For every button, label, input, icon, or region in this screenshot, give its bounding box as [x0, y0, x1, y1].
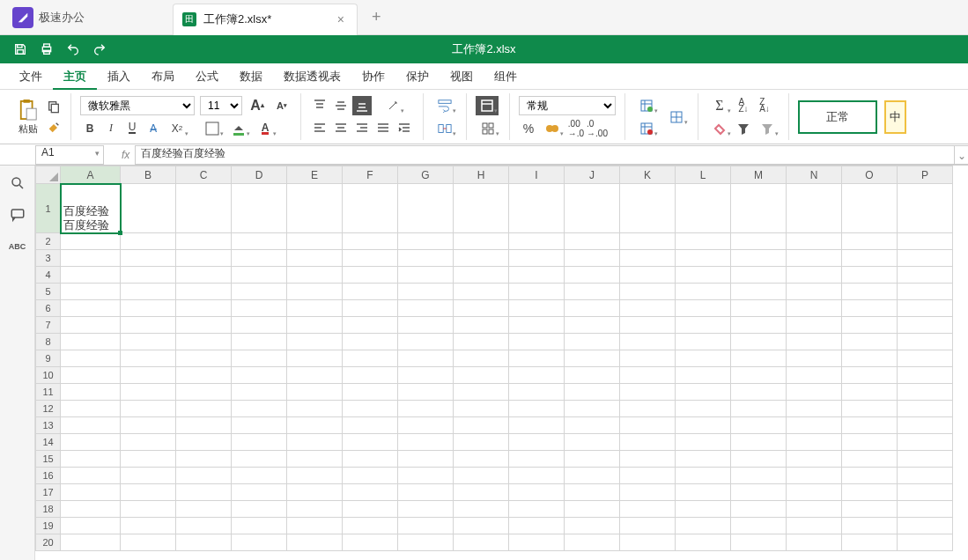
- row-header[interactable]: 13: [36, 417, 61, 434]
- find-button[interactable]: [755, 119, 780, 138]
- cell[interactable]: [731, 250, 787, 267]
- cell[interactable]: [61, 401, 121, 417]
- cell[interactable]: [731, 451, 787, 468]
- copy-icon[interactable]: [46, 99, 62, 114]
- strikethrough-button[interactable]: A̶: [144, 119, 163, 138]
- cell[interactable]: [176, 518, 232, 534]
- name-manager-button[interactable]: [476, 96, 499, 115]
- cell[interactable]: [61, 518, 121, 534]
- cell[interactable]: [287, 367, 343, 384]
- cell[interactable]: [61, 284, 121, 300]
- cell[interactable]: [454, 501, 509, 518]
- cell[interactable]: [287, 250, 343, 267]
- cell[interactable]: [232, 401, 287, 417]
- align-left-icon[interactable]: [310, 119, 329, 138]
- column-header[interactable]: H: [454, 166, 509, 184]
- cell[interactable]: [454, 367, 509, 384]
- wrap-text-button[interactable]: [432, 96, 457, 115]
- cell[interactable]: [232, 484, 287, 501]
- cell[interactable]: [898, 300, 953, 317]
- cell[interactable]: [121, 434, 176, 451]
- format-painter-icon[interactable]: [46, 120, 62, 136]
- cell[interactable]: [343, 501, 398, 518]
- cell[interactable]: [454, 417, 509, 434]
- cell[interactable]: [898, 184, 953, 233]
- column-header[interactable]: J: [565, 166, 620, 184]
- cell[interactable]: [898, 518, 953, 534]
- cell[interactable]: [398, 184, 454, 233]
- cell[interactable]: [343, 184, 398, 233]
- cell[interactable]: [787, 317, 842, 334]
- cell[interactable]: [731, 434, 787, 451]
- cell[interactable]: [787, 518, 842, 534]
- cell[interactable]: [343, 334, 398, 350]
- cell[interactable]: [287, 534, 343, 551]
- cell[interactable]: [898, 501, 953, 518]
- column-header[interactable]: L: [676, 166, 731, 184]
- define-name-button[interactable]: [476, 119, 500, 138]
- cell[interactable]: [898, 468, 953, 484]
- menu-item[interactable]: 布局: [141, 63, 185, 90]
- cell[interactable]: [61, 534, 121, 551]
- row-header[interactable]: 9: [36, 350, 61, 367]
- cell[interactable]: [565, 518, 620, 534]
- cell[interactable]: [842, 350, 898, 367]
- cell[interactable]: [287, 518, 343, 534]
- cell[interactable]: [731, 534, 787, 551]
- cell[interactable]: [454, 250, 509, 267]
- row-header[interactable]: 4: [36, 267, 61, 284]
- undo-icon[interactable]: [60, 42, 86, 56]
- row-header[interactable]: 6: [36, 300, 61, 317]
- cell[interactable]: [620, 184, 676, 233]
- cell[interactable]: [731, 267, 787, 284]
- cell[interactable]: [731, 484, 787, 501]
- cell[interactable]: [343, 434, 398, 451]
- cell[interactable]: [509, 417, 565, 434]
- cell[interactable]: [842, 367, 898, 384]
- row-header[interactable]: 14: [36, 434, 61, 451]
- cell[interactable]: [787, 233, 842, 250]
- cell[interactable]: [454, 233, 509, 250]
- column-header[interactable]: P: [898, 166, 953, 184]
- cell[interactable]: [454, 484, 509, 501]
- clear-button[interactable]: [707, 119, 732, 138]
- cell[interactable]: [232, 300, 287, 317]
- cell[interactable]: [232, 284, 287, 300]
- cell[interactable]: [61, 267, 121, 284]
- cell[interactable]: [176, 233, 232, 250]
- cell[interactable]: [787, 267, 842, 284]
- cell[interactable]: [176, 267, 232, 284]
- cell[interactable]: [787, 534, 842, 551]
- cell[interactable]: [620, 267, 676, 284]
- cell[interactable]: [398, 317, 454, 334]
- cell[interactable]: [565, 534, 620, 551]
- cell[interactable]: [620, 534, 676, 551]
- cell[interactable]: [232, 534, 287, 551]
- cell[interactable]: [61, 334, 121, 350]
- cell[interactable]: [232, 267, 287, 284]
- cell[interactable]: [731, 417, 787, 434]
- cell[interactable]: [287, 434, 343, 451]
- cell[interactable]: [787, 250, 842, 267]
- cell[interactable]: [121, 417, 176, 434]
- row-header[interactable]: 10: [36, 367, 61, 384]
- cell[interactable]: [176, 317, 232, 334]
- cell[interactable]: [620, 434, 676, 451]
- cell[interactable]: [61, 384, 121, 401]
- cell[interactable]: [121, 317, 176, 334]
- cell[interactable]: [731, 367, 787, 384]
- paste-button[interactable]: 粘贴: [14, 98, 42, 136]
- cell[interactable]: [232, 250, 287, 267]
- menu-item[interactable]: 插入: [97, 63, 141, 90]
- cell[interactable]: [398, 250, 454, 267]
- cell[interactable]: [731, 501, 787, 518]
- cell[interactable]: [731, 184, 787, 233]
- cell[interactable]: [287, 468, 343, 484]
- cell[interactable]: [898, 451, 953, 468]
- sort-desc-button[interactable]: ZA↓: [755, 96, 774, 115]
- cell[interactable]: [787, 367, 842, 384]
- cell[interactable]: [509, 184, 565, 233]
- cell[interactable]: [61, 300, 121, 317]
- cell[interactable]: [61, 317, 121, 334]
- cell[interactable]: [454, 451, 509, 468]
